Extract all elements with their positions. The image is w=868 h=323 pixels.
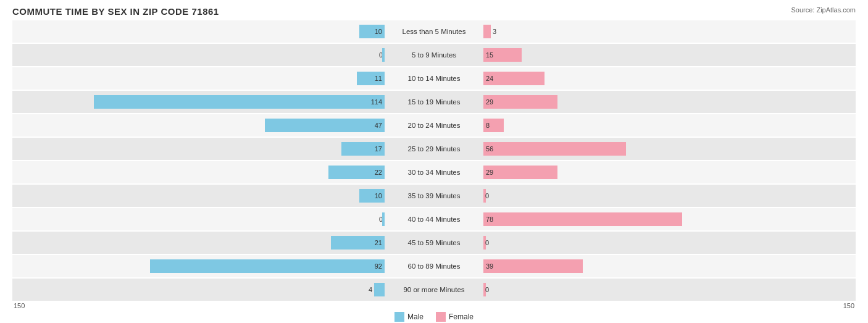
bar-row: 1110 to 14 Minutes24 xyxy=(12,67,856,90)
male-value: 10 xyxy=(375,28,382,35)
female-color-box xyxy=(436,312,446,322)
female-value: 0 xyxy=(485,239,856,246)
male-bar: 17 xyxy=(341,142,385,156)
left-section: 47 xyxy=(12,114,385,136)
female-value: 3 xyxy=(493,28,856,35)
bar-row: 1725 to 29 Minutes56 xyxy=(12,138,856,160)
bar-label: 25 to 29 Minutes xyxy=(385,145,483,153)
bar-row: 9260 to 89 Minutes39 xyxy=(12,255,856,277)
male-bar: 10 xyxy=(359,189,385,203)
bar-label: 45 to 59 Minutes xyxy=(385,239,483,246)
right-section: 29 xyxy=(483,91,856,113)
female-bar: 56 xyxy=(483,142,626,156)
male-bar: 47 xyxy=(265,119,385,132)
chart-container: COMMUTE TIME BY SEX IN ZIP CODE 71861 So… xyxy=(0,0,868,323)
left-section: 0 xyxy=(12,208,385,230)
female-bar: 29 xyxy=(483,166,557,179)
left-section: 10 xyxy=(12,20,385,43)
male-value: 114 xyxy=(371,98,382,106)
male-value: 21 xyxy=(375,239,382,246)
female-value: 29 xyxy=(486,169,493,176)
female-bar: 15 xyxy=(483,48,522,62)
left-section: 4 xyxy=(12,279,385,301)
right-section: 0 xyxy=(483,232,856,254)
bar-row: 2230 to 34 Minutes29 xyxy=(12,161,856,183)
male-value: 22 xyxy=(375,169,382,176)
right-section: 15 xyxy=(483,44,856,66)
right-section: 0 xyxy=(483,279,856,301)
female-bar: 8 xyxy=(483,119,504,132)
female-value: 15 xyxy=(486,51,493,59)
female-bar xyxy=(483,25,491,38)
male-value: 11 xyxy=(375,75,382,82)
bar-label: Less than 5 Minutes xyxy=(385,28,483,35)
right-section: 24 xyxy=(483,67,856,90)
legend: Male Female xyxy=(12,312,856,322)
female-value: 78 xyxy=(486,216,493,223)
right-section: 8 xyxy=(483,114,856,136)
male-bar: 92 xyxy=(150,259,385,273)
bar-row: 040 to 44 Minutes78 xyxy=(12,208,856,230)
female-value: 29 xyxy=(486,98,493,106)
right-section: 0 xyxy=(483,185,856,207)
male-label: Male xyxy=(407,313,424,321)
legend-female: Female xyxy=(436,312,474,322)
left-section: 22 xyxy=(12,161,385,183)
left-section: 114 xyxy=(12,91,385,113)
left-section: 21 xyxy=(12,232,385,254)
bar-label: 30 to 34 Minutes xyxy=(385,169,483,176)
bar-row: 1035 to 39 Minutes0 xyxy=(12,185,856,207)
right-section: 56 xyxy=(483,138,856,160)
male-bar: 22 xyxy=(328,166,385,179)
right-section: 29 xyxy=(483,161,856,183)
male-bar: 11 xyxy=(357,72,385,85)
bar-row: 4720 to 24 Minutes8 xyxy=(12,114,856,136)
male-bar: 10 xyxy=(359,25,385,38)
right-section: 3 xyxy=(483,20,856,43)
male-value: 4 xyxy=(369,286,372,293)
female-value: 24 xyxy=(486,75,493,82)
female-value: 0 xyxy=(485,192,856,199)
left-section: 17 xyxy=(12,138,385,160)
bar-label: 15 to 19 Minutes xyxy=(385,98,483,106)
bar-label: 35 to 39 Minutes xyxy=(385,192,483,199)
right-section: 39 xyxy=(483,255,856,277)
bars-area: 10Less than 5 Minutes305 to 9 Minutes151… xyxy=(12,20,856,301)
bar-label: 10 to 14 Minutes xyxy=(385,75,483,82)
female-bar: 78 xyxy=(483,212,682,226)
male-color-box xyxy=(394,312,404,322)
chart-title: COMMUTE TIME BY SEX IN ZIP CODE 71861 xyxy=(12,6,856,17)
male-value: 92 xyxy=(375,262,382,270)
left-section: 92 xyxy=(12,255,385,277)
axis-label-right: 150 xyxy=(482,302,856,309)
male-bar: 114 xyxy=(94,95,385,109)
left-section: 0 xyxy=(12,44,385,66)
right-section: 78 xyxy=(483,208,856,230)
male-value: 47 xyxy=(375,122,382,129)
bar-row: 11415 to 19 Minutes29 xyxy=(12,91,856,113)
axis-label-left: 150 xyxy=(12,302,386,309)
male-value: 17 xyxy=(375,145,382,153)
bar-row: 05 to 9 Minutes15 xyxy=(12,44,856,66)
left-section: 11 xyxy=(12,67,385,90)
female-value: 56 xyxy=(486,145,493,153)
bar-row: 490 or more Minutes0 xyxy=(12,279,856,301)
source-label: Source: ZipAtlas.com xyxy=(791,6,856,14)
bar-label: 40 to 44 Minutes xyxy=(385,216,483,223)
bar-row: 10Less than 5 Minutes3 xyxy=(12,20,856,43)
female-value: 0 xyxy=(485,286,856,293)
legend-male: Male xyxy=(394,312,424,322)
female-bar: 24 xyxy=(483,72,545,85)
bar-label: 60 to 89 Minutes xyxy=(385,262,483,270)
left-section: 10 xyxy=(12,185,385,207)
male-bar: 21 xyxy=(331,236,385,250)
bar-label: 20 to 24 Minutes xyxy=(385,122,483,129)
female-value: 39 xyxy=(486,262,493,270)
female-bar: 29 xyxy=(483,95,557,109)
bar-row: 2145 to 59 Minutes0 xyxy=(12,232,856,254)
female-label: Female xyxy=(449,313,474,321)
male-bar xyxy=(374,283,385,296)
bar-label: 5 to 9 Minutes xyxy=(385,51,483,59)
female-value: 8 xyxy=(486,122,490,129)
male-value: 10 xyxy=(375,192,382,199)
